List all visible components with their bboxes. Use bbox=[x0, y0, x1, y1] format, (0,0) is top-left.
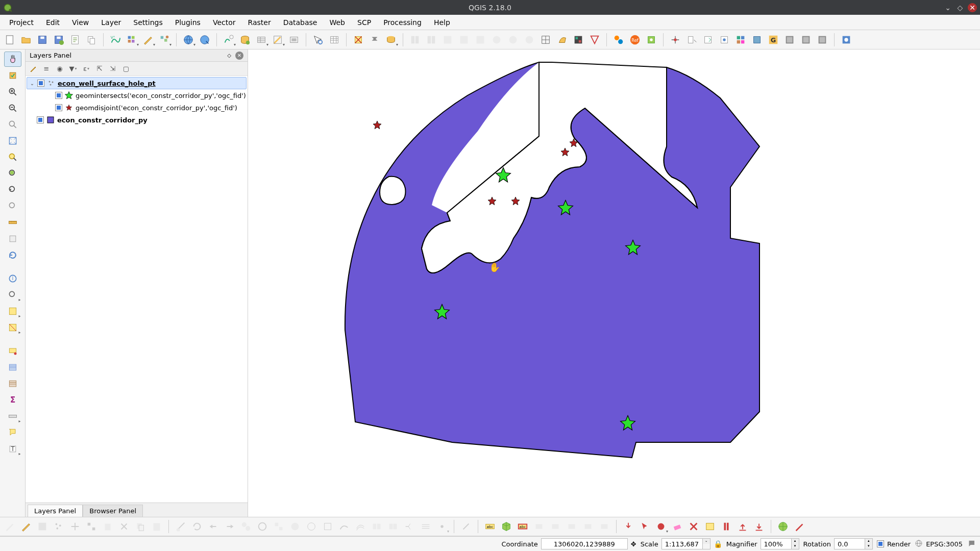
zoom-last-button[interactable] bbox=[4, 182, 21, 197]
remove-layer-button[interactable] bbox=[367, 32, 382, 47]
composer-manager-button[interactable] bbox=[84, 32, 99, 47]
tool2-icon[interactable] bbox=[473, 32, 488, 47]
offset-point-icon[interactable] bbox=[458, 519, 474, 534]
scp-roi-icon[interactable] bbox=[653, 519, 669, 534]
undo-icon[interactable] bbox=[206, 519, 221, 534]
collapse-all-icon[interactable]: ⇲ bbox=[108, 64, 117, 73]
merge-attrs-icon[interactable] bbox=[418, 519, 433, 534]
render-checkbox[interactable] bbox=[877, 540, 884, 547]
split-features-icon[interactable] bbox=[369, 519, 384, 534]
map-canvas[interactable]: ✋ bbox=[248, 49, 980, 517]
layer-visibility-checkbox[interactable] bbox=[37, 80, 44, 87]
edit-feature-button[interactable] bbox=[140, 32, 156, 47]
tab-layers-panel[interactable]: Layers Panel bbox=[28, 505, 83, 517]
scp-table-icon[interactable] bbox=[702, 519, 718, 534]
menu-edit[interactable]: Edit bbox=[40, 17, 66, 28]
scale-dropdown-icon[interactable]: ⌄ bbox=[703, 539, 710, 544]
scatter-plot-icon[interactable] bbox=[587, 32, 602, 47]
messages-icon[interactable] bbox=[967, 539, 976, 549]
map-tips-button[interactable] bbox=[4, 343, 21, 359]
label-tool-icon[interactable]: abc bbox=[482, 519, 498, 534]
spin-down-icon[interactable]: ▾ bbox=[865, 544, 872, 549]
zoom-out-button[interactable] bbox=[4, 101, 21, 116]
add-group-icon[interactable]: ≡ bbox=[42, 64, 51, 73]
filter-expression-icon[interactable]: ε bbox=[82, 64, 91, 73]
layer-rule-disjoint[interactable]: geomdisjoint('econ_constr_corridor_py','… bbox=[45, 102, 247, 114]
fill-ring-icon[interactable] bbox=[287, 519, 303, 534]
menu-vector[interactable]: Vector bbox=[207, 17, 242, 28]
rule-visibility-checkbox[interactable] bbox=[55, 92, 62, 99]
toggle-editing-icon[interactable] bbox=[18, 519, 34, 534]
menu-help[interactable]: Help bbox=[428, 17, 456, 28]
menu-plugins[interactable]: Plugins bbox=[169, 17, 207, 28]
magnifier-input[interactable] bbox=[761, 538, 791, 549]
spin-down-icon[interactable]: ▾ bbox=[792, 544, 799, 549]
roi-tool-icon[interactable] bbox=[554, 32, 570, 47]
split-parts-icon[interactable] bbox=[385, 519, 401, 534]
add-wfs-layer-button[interactable] bbox=[197, 32, 212, 47]
window-maximize-button[interactable]: ◇ bbox=[955, 3, 965, 12]
redo-icon[interactable] bbox=[222, 519, 237, 534]
remove-layer-icon[interactable]: ▢ bbox=[121, 64, 131, 73]
current-edits-icon[interactable] bbox=[2, 519, 17, 534]
layer-rule-intersects[interactable]: geomintersects('econ_constr_corridor_py'… bbox=[45, 89, 247, 102]
zoom-native-button[interactable] bbox=[4, 117, 21, 132]
menu-project[interactable]: Project bbox=[3, 17, 40, 28]
select-features-button[interactable] bbox=[4, 287, 21, 303]
style-manager-icon[interactable] bbox=[29, 64, 38, 73]
3d-cube-icon[interactable] bbox=[499, 519, 514, 534]
tool1-icon[interactable] bbox=[456, 32, 472, 47]
cad-tools-icon[interactable] bbox=[173, 519, 188, 534]
annotation-button[interactable] bbox=[4, 425, 21, 440]
refresh-icon[interactable] bbox=[733, 32, 748, 47]
coordinate-input[interactable] bbox=[541, 538, 628, 549]
add-virtual-layer-button[interactable] bbox=[286, 32, 302, 47]
grid-icon[interactable] bbox=[538, 32, 553, 47]
add-point-icon[interactable] bbox=[51, 519, 66, 534]
statistics-button[interactable] bbox=[4, 360, 21, 375]
offset-curve-icon[interactable] bbox=[353, 519, 368, 534]
zoom-tool-icon[interactable] bbox=[684, 32, 699, 47]
scp-export-icon[interactable] bbox=[751, 519, 767, 534]
tool5-icon[interactable] bbox=[522, 32, 537, 47]
rotate-point-icon[interactable] bbox=[434, 519, 450, 534]
save-edits-icon[interactable] bbox=[35, 519, 50, 534]
scp-import-icon[interactable] bbox=[735, 519, 750, 534]
layer-visibility-checkbox[interactable] bbox=[37, 116, 44, 123]
identify-features-button[interactable]: i bbox=[4, 271, 21, 286]
deselect-button[interactable] bbox=[351, 32, 366, 47]
move-feature-icon[interactable] bbox=[67, 519, 83, 534]
add-delimited-text-button[interactable] bbox=[270, 32, 285, 47]
pan-tool-button[interactable] bbox=[4, 52, 21, 67]
topology-checker-button[interactable] bbox=[424, 32, 439, 47]
raster-tool2-icon[interactable] bbox=[798, 32, 814, 47]
pan-to-selection-button[interactable] bbox=[4, 68, 21, 83]
processing-toolbox-icon[interactable] bbox=[839, 32, 854, 47]
new-shapefile-button[interactable] bbox=[221, 32, 236, 47]
scp-batch-icon[interactable] bbox=[719, 519, 734, 534]
decorations-icon[interactable] bbox=[749, 32, 765, 47]
zoom-next-button[interactable] bbox=[4, 198, 21, 214]
sigma-button[interactable]: Σ bbox=[4, 392, 21, 408]
measure-button[interactable] bbox=[4, 215, 21, 230]
crs-label[interactable]: EPSG:3005 bbox=[926, 540, 963, 548]
field-calc-button[interactable] bbox=[4, 376, 21, 391]
scp-eraser-icon[interactable] bbox=[670, 519, 685, 534]
spin-up-icon[interactable]: ▴ bbox=[792, 539, 799, 544]
scp-edit-icon[interactable] bbox=[792, 519, 807, 534]
pin-labels-icon[interactable] bbox=[531, 519, 547, 534]
menu-processing[interactable]: Processing bbox=[377, 17, 428, 28]
layer-styling-button[interactable] bbox=[383, 32, 399, 47]
zoom-full-button[interactable] bbox=[4, 133, 21, 148]
add-vector-layer-button[interactable]: V° bbox=[108, 32, 123, 47]
paste-features-icon[interactable] bbox=[149, 519, 164, 534]
change-label-icon[interactable] bbox=[597, 519, 612, 534]
menu-layer[interactable]: Layer bbox=[95, 17, 127, 28]
new-bookmark-icon[interactable] bbox=[700, 32, 716, 47]
rotate-label-icon[interactable] bbox=[580, 519, 596, 534]
copy-features-icon[interactable] bbox=[133, 519, 148, 534]
new-project-button[interactable] bbox=[2, 32, 17, 47]
visibility-icon[interactable]: ◉ bbox=[55, 64, 64, 73]
georeferencer-icon[interactable] bbox=[611, 32, 626, 47]
raster-tool3-icon[interactable] bbox=[815, 32, 830, 47]
